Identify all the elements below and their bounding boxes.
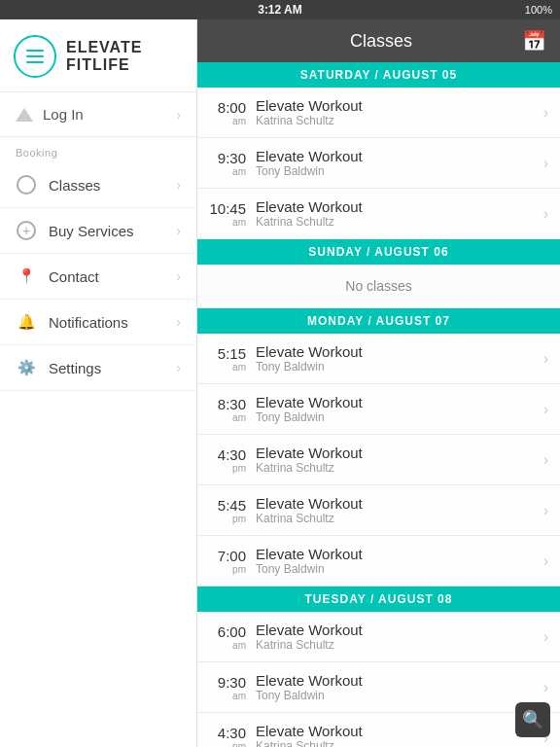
class-info: Elevate Workout Tony Baldwin <box>256 343 536 374</box>
class-name: Elevate Workout <box>256 622 536 638</box>
sidebar-classes-label: Classes <box>49 177 100 194</box>
class-info: Elevate Workout Katrina Schultz <box>256 622 536 652</box>
class-chevron: › <box>543 679 548 696</box>
class-row[interactable]: 7:00 pm Elevate Workout Tony Baldwin › <box>197 536 560 587</box>
sidebar-settings-label: Settings <box>49 360 101 376</box>
day-header: SUNDAY / AUGUST 06 <box>197 239 560 265</box>
hamburger-icon <box>26 50 44 63</box>
notifications-chevron: › <box>176 314 181 330</box>
class-row[interactable]: 4:30 pm Elevate Workout Katrina Schultz … <box>197 713 560 747</box>
class-name: Elevate Workout <box>256 445 536 461</box>
class-time-main: 8:00 <box>205 99 246 116</box>
search-fab[interactable]: 🔍 <box>515 702 550 737</box>
class-chevron: › <box>543 552 548 570</box>
class-row[interactable]: 9:30 am Elevate Workout Tony Baldwin › <box>197 138 560 189</box>
sidebar-item-contact[interactable]: 📍 Contact › <box>0 254 196 300</box>
class-instructor: Katrina Schultz <box>256 215 536 229</box>
settings-icon: ⚙️ <box>18 359 36 376</box>
class-info: Elevate Workout Tony Baldwin <box>256 672 536 702</box>
settings-chevron: › <box>176 360 181 375</box>
class-instructor: Tony Baldwin <box>256 360 536 374</box>
class-row[interactable]: 4:30 pm Elevate Workout Katrina Schultz … <box>197 435 560 485</box>
class-chevron: › <box>543 451 548 469</box>
class-chevron: › <box>543 502 548 519</box>
status-battery: 100% <box>525 4 552 16</box>
class-time-period: pm <box>205 741 246 748</box>
class-info: Elevate Workout Tony Baldwin <box>256 546 536 576</box>
class-time-main: 5:15 <box>205 345 246 362</box>
app-container: ELEVATE FITLIFE Log In › Booking <box>0 19 560 747</box>
class-instructor: Katrina Schultz <box>256 461 536 475</box>
class-info: Elevate Workout Katrina Schultz <box>256 495 536 525</box>
class-name: Elevate Workout <box>256 394 536 410</box>
buy-services-chevron: › <box>176 223 181 238</box>
class-chevron: › <box>543 628 548 646</box>
class-info: Elevate Workout Tony Baldwin <box>256 394 536 424</box>
class-time-main: 5:45 <box>205 497 246 514</box>
login-item[interactable]: Log In › <box>0 92 196 137</box>
class-info: Elevate Workout Katrina Schultz <box>256 97 536 127</box>
class-time-period: am <box>205 640 246 651</box>
class-time-main: 9:30 <box>205 150 246 166</box>
logo-text: ELEVATE FITLIFE <box>66 39 142 73</box>
class-instructor: Tony Baldwin <box>256 410 536 424</box>
class-name: Elevate Workout <box>256 198 536 215</box>
sidebar-item-buy-services[interactable]: + Buy Services › <box>0 208 196 254</box>
sidebar-item-settings[interactable]: ⚙️ Settings › <box>0 345 196 391</box>
class-name: Elevate Workout <box>256 148 536 164</box>
main-header: Classes 📅 <box>197 19 560 62</box>
class-info: Elevate Workout Katrina Schultz <box>256 198 536 229</box>
sidebar-notifications-label: Notifications <box>49 314 128 331</box>
logo-icon[interactable] <box>14 35 56 78</box>
class-time-main: 4:30 <box>205 446 246 463</box>
class-row[interactable]: 5:15 am Elevate Workout Tony Baldwin › <box>197 334 560 384</box>
class-info: Elevate Workout Tony Baldwin <box>256 148 536 178</box>
class-row[interactable]: 5:45 pm Elevate Workout Katrina Schultz … <box>197 485 560 536</box>
brand-bottom: FITLIFE <box>66 56 142 74</box>
class-row[interactable]: 8:00 am Elevate Workout Katrina Schultz … <box>197 88 560 138</box>
class-time: 10:45 am <box>205 200 256 228</box>
class-time-period: am <box>205 691 246 701</box>
brand-top: ELEVATE <box>66 39 142 56</box>
class-info: Elevate Workout Katrina Schultz <box>256 723 536 747</box>
class-time-period: am <box>205 166 246 177</box>
class-name: Elevate Workout <box>256 672 536 689</box>
class-time-main: 9:30 <box>205 674 246 691</box>
class-time: 9:30 am <box>205 150 256 177</box>
class-name: Elevate Workout <box>256 495 536 512</box>
class-time-period: am <box>205 217 246 228</box>
class-name: Elevate Workout <box>256 546 536 562</box>
class-chevron: › <box>543 104 548 122</box>
class-time-period: am <box>205 362 246 373</box>
class-name: Elevate Workout <box>256 343 536 360</box>
sidebar-nav: Log In › Booking Classes › <box>0 92 196 391</box>
sidebar-item-classes[interactable]: Classes › <box>0 162 196 208</box>
main-content: Classes 📅 SATURDAY / AUGUST 05 8:00 am E… <box>197 19 560 747</box>
login-chevron: › <box>176 107 181 123</box>
class-time-main: 4:30 <box>205 725 246 741</box>
class-row[interactable]: 6:00 am Elevate Workout Katrina Schultz … <box>197 612 560 662</box>
class-row[interactable]: 8:30 am Elevate Workout Tony Baldwin › <box>197 384 560 435</box>
day-header: MONDAY / AUGUST 07 <box>197 308 560 334</box>
class-instructor: Katrina Schultz <box>256 512 536 525</box>
buy-services-icon: + <box>17 221 36 240</box>
class-row[interactable]: 10:45 am Elevate Workout Katrina Schultz… <box>197 189 560 239</box>
classes-list: SATURDAY / AUGUST 05 8:00 am Elevate Wor… <box>197 62 560 747</box>
class-time-period: am <box>205 116 246 126</box>
class-time: 8:30 am <box>205 396 256 423</box>
class-instructor: Tony Baldwin <box>256 164 536 178</box>
class-chevron: › <box>543 350 548 368</box>
class-time-period: pm <box>205 463 246 474</box>
class-instructor: Katrina Schultz <box>256 739 536 747</box>
class-instructor: Tony Baldwin <box>256 562 536 576</box>
class-instructor: Katrina Schultz <box>256 114 536 127</box>
sidebar-item-notifications[interactable]: 🔔 Notifications › <box>0 300 196 345</box>
sidebar-logo: ELEVATE FITLIFE <box>0 19 196 92</box>
user-icon <box>16 108 33 122</box>
class-name: Elevate Workout <box>256 723 536 739</box>
contact-icon: 📍 <box>18 267 36 285</box>
class-row[interactable]: 9:30 am Elevate Workout Tony Baldwin › <box>197 662 560 713</box>
class-time: 5:15 am <box>205 345 256 373</box>
calendar-icon[interactable]: 📅 <box>522 29 546 53</box>
class-info: Elevate Workout Katrina Schultz <box>256 445 536 475</box>
